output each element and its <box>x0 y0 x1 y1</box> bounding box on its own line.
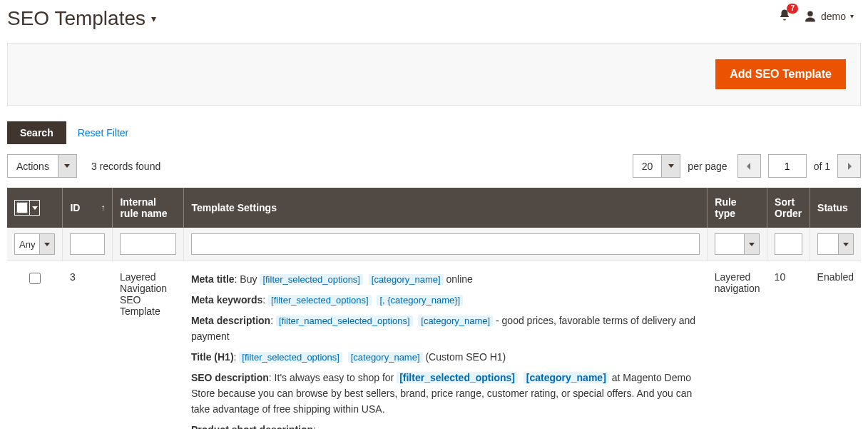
token-keywords-category: [, {category_name}] <box>377 295 463 306</box>
col-rule-type[interactable]: Rule type <box>708 188 767 228</box>
filter-id-input[interactable] <box>70 233 105 255</box>
select-all-checkbox[interactable] <box>16 202 28 213</box>
col-id[interactable]: ID ↑ <box>63 188 113 228</box>
col-id-label: ID <box>70 202 80 213</box>
next-page-button[interactable] <box>837 154 861 178</box>
cell-ruletype: Layered navigation <box>708 261 767 430</box>
prod-short-desc-label: Product short description <box>191 424 313 429</box>
filter-select-any[interactable]: Any <box>14 233 55 255</box>
chevron-down-icon: ▾ <box>850 12 854 20</box>
filter-sortorder-input[interactable] <box>775 233 802 255</box>
prod-short-desc-val: : - <box>313 424 322 429</box>
chevron-down-icon[interactable] <box>661 155 680 177</box>
reset-filter-link[interactable]: Reset Filter <box>78 127 129 138</box>
filter-status-select[interactable] <box>817 233 854 255</box>
meta-title-label: Meta title <box>191 273 235 285</box>
token-category-name-bold: [category_name] <box>524 372 609 383</box>
filter-ruletype-label <box>715 233 744 255</box>
title-h1-label: Title (H1) <box>191 351 234 363</box>
meta-description-label: Meta description <box>191 315 270 326</box>
chevron-down-icon[interactable] <box>838 233 854 255</box>
chevron-down-icon[interactable] <box>744 233 760 255</box>
sort-asc-icon: ↑ <box>101 203 105 213</box>
row-checkbox[interactable] <box>29 273 41 284</box>
col-sort-order[interactable]: Sort Order <box>767 188 810 228</box>
add-seo-template-button[interactable]: Add SEO Template <box>715 59 846 89</box>
actions-dropdown-label: Actions <box>8 155 58 177</box>
chevron-right-icon <box>846 163 853 170</box>
cell-name: Layered Navigation SEO Template <box>113 261 184 430</box>
filter-settings-input[interactable] <box>191 233 700 255</box>
token-filter-named-selected: [filter_named_selected_options] <box>276 316 413 326</box>
token-filter-selected-bold: [filter_selected_options] <box>397 372 518 383</box>
page-of-label: of 1 <box>814 161 830 172</box>
table-row[interactable]: 3 Layered Navigation SEO Template Meta t… <box>7 261 861 430</box>
token-filter-selected: [filter_selected_options] <box>239 352 342 363</box>
chevron-down-icon[interactable] <box>39 233 55 255</box>
col-template-settings[interactable]: Template Settings <box>184 188 708 228</box>
meta-title-suffix: online <box>444 273 473 285</box>
token-category-name: [category_name] <box>418 316 493 326</box>
page-number-input[interactable] <box>768 154 807 178</box>
token-category-name: [category_name] <box>369 274 444 285</box>
cell-sortorder: 10 <box>767 261 810 430</box>
filter-status-label <box>817 233 838 255</box>
chevron-left-icon <box>745 163 752 170</box>
cell-status: Enabled <box>810 261 861 430</box>
filter-any-label: Any <box>14 233 39 255</box>
cell-settings: Meta title: Buy [filter_selected_options… <box>184 261 708 430</box>
actions-dropdown[interactable]: Actions <box>7 154 77 178</box>
col-internal-name[interactable]: Internal rule name <box>113 188 184 228</box>
notifications-icon[interactable]: 7 <box>778 9 791 24</box>
col-status[interactable]: Status <box>810 188 861 228</box>
prev-page-button[interactable] <box>737 154 761 178</box>
col-select-all <box>7 188 63 228</box>
notification-count-badge: 7 <box>787 4 798 14</box>
per-page-label: per page <box>688 161 727 172</box>
per-page-value: 20 <box>633 155 662 177</box>
user-menu[interactable]: demo ▾ <box>804 10 854 23</box>
cell-id: 3 <box>63 261 113 430</box>
seo-desc-pre: : It's always easy to shop for <box>269 372 397 383</box>
user-icon <box>804 10 817 23</box>
chevron-down-icon[interactable] <box>58 155 76 177</box>
filter-ruletype-select[interactable] <box>715 233 760 255</box>
select-all-dropdown[interactable] <box>29 201 39 215</box>
token-filter-selected: [filter_selected_options] <box>260 274 363 285</box>
meta-title-prefix: : Buy <box>235 273 260 285</box>
meta-description-sep: : <box>270 315 276 326</box>
per-page-select[interactable]: 20 <box>633 154 681 178</box>
meta-keywords-label: Meta keywords <box>191 294 262 306</box>
search-button[interactable]: Search <box>7 121 66 144</box>
page-title: SEO Templates <box>7 7 145 30</box>
token-category-name: [category_name] <box>348 352 423 363</box>
title-dropdown-caret[interactable]: ▾ <box>151 13 156 24</box>
seo-description-label: SEO description <box>191 372 269 383</box>
filter-name-input[interactable] <box>120 233 176 255</box>
meta-keywords-sep: : <box>262 294 268 306</box>
records-found-label: 3 records found <box>91 161 160 172</box>
title-h1-tail: (Custom SEO H1) <box>423 351 506 363</box>
token-filter-selected: [filter_selected_options] <box>268 295 372 306</box>
username-label: demo <box>821 11 846 22</box>
